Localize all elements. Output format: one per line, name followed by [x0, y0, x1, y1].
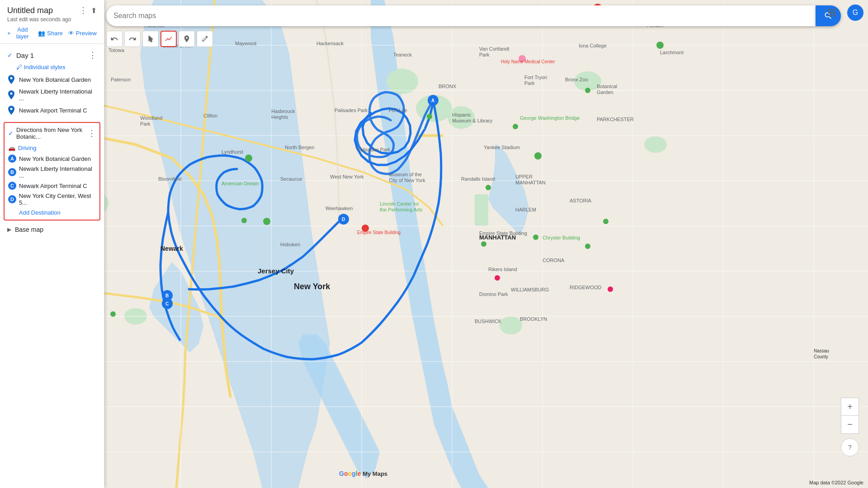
add-layer-button[interactable]: + Add layer — [7, 26, 33, 40]
svg-point-96 — [585, 244, 590, 249]
svg-point-101 — [495, 275, 500, 281]
svg-text:BUSHWICK: BUSHWICK — [475, 319, 502, 324]
svg-text:West New York: West New York — [330, 174, 364, 179]
dest-letter-a: A — [8, 155, 16, 163]
sidebar-header: Untitled map ⋮ ⬆ Last edit was seconds a… — [0, 0, 104, 44]
svg-text:Woodland: Woodland — [140, 115, 162, 121]
eye-icon: 👁 — [68, 30, 74, 37]
draw-button[interactable] — [160, 31, 177, 47]
dots-menu-icon[interactable]: ⋮ — [79, 5, 87, 15]
dest-item-b[interactable]: B Newark Liberty International ... — [8, 164, 96, 180]
apps-button[interactable] — [824, 5, 840, 21]
google-logo: Google My Maps — [339, 470, 387, 477]
dest-item-d[interactable]: D New York City Center, West 5... — [8, 191, 96, 207]
marker-button[interactable] — [179, 31, 195, 47]
styles-icon: 🖊 — [16, 64, 22, 70]
svg-text:Newark: Newark — [160, 245, 183, 252]
individual-styles[interactable]: 🖊 Individual styles — [0, 63, 104, 73]
car-icon: 🚗 — [8, 145, 15, 151]
svg-point-102 — [608, 286, 613, 292]
add-icon: + — [7, 30, 11, 37]
dest-item-c[interactable]: C Newark Airport Terminal C — [8, 180, 96, 191]
search-input[interactable] — [113, 12, 808, 20]
directions-title: Directions from New York Botanic... — [16, 127, 88, 140]
day-title: Day 1 — [16, 52, 34, 59]
cursor-icon — [146, 35, 155, 43]
svg-text:the Performing Arts: the Performing Arts — [380, 207, 423, 212]
svg-text:MANHATTAN: MANHATTAN — [515, 180, 546, 185]
svg-text:County: County — [814, 354, 828, 359]
add-destination-link[interactable]: Add Destination — [8, 207, 96, 216]
svg-text:ASTORIA: ASTORIA — [570, 198, 592, 203]
svg-point-114 — [10, 93, 13, 95]
svg-text:American Dream: American Dream — [222, 181, 259, 186]
day-header[interactable]: ✓ Day 1 ⋮ — [0, 47, 104, 63]
location-pin-icon-3 — [7, 106, 15, 114]
top-right-icons: G — [824, 5, 863, 21]
location-newark-terminal[interactable]: Newark Airport Terminal C — [0, 104, 104, 117]
help-button[interactable]: ? — [841, 438, 859, 456]
svg-text:Van Cortlandt: Van Cortlandt — [479, 46, 509, 52]
day-menu-icon[interactable]: ⋮ — [89, 50, 97, 60]
svg-text:HARLEM: HARLEM — [515, 207, 536, 212]
directions-header: ✓ Directions from New York Botanic... ⋮ — [8, 127, 96, 140]
svg-text:CORONA: CORONA — [542, 258, 565, 263]
map-title-row: Untitled map ⋮ ⬆ — [7, 5, 97, 15]
svg-text:Lyndhurst: Lyndhurst — [222, 149, 243, 155]
map-container[interactable]: Paramus Dumont Cresskill Yonkers Bronxvi… — [0, 0, 868, 488]
svg-text:Empire State Building: Empire State Building — [357, 230, 401, 235]
sidebar: Untitled map ⋮ ⬆ Last edit was seconds a… — [0, 0, 104, 488]
svg-text:North Bergen: North Bergen — [285, 145, 314, 150]
preview-button[interactable]: 👁 Preview — [68, 30, 97, 37]
share-icon[interactable]: ⬆ — [91, 6, 97, 15]
share-people-icon: 👥 — [38, 30, 45, 37]
svg-text:Nassau: Nassau — [814, 348, 829, 353]
day-checkbox[interactable]: ✓ — [7, 52, 13, 59]
directions-checkbox[interactable]: ✓ — [8, 130, 14, 137]
svg-text:Larchmont: Larchmont — [660, 50, 684, 55]
redo-icon — [128, 35, 137, 43]
svg-text:Rikers Island: Rikers Island — [488, 267, 517, 272]
svg-text:Hackensack: Hackensack — [316, 41, 344, 46]
driving-row[interactable]: 🚗 Driving — [8, 143, 96, 153]
ruler-icon — [201, 35, 209, 43]
svg-rect-4 — [475, 194, 488, 226]
redo-button[interactable] — [124, 31, 141, 47]
svg-text:Iona College: Iona College — [579, 43, 607, 48]
svg-text:UPPER: UPPER — [515, 174, 533, 179]
svg-text:C: C — [165, 301, 169, 306]
svg-text:Paterson: Paterson — [111, 77, 131, 82]
svg-text:Empire State Building: Empire State Building — [479, 230, 527, 236]
location-name: New York Botanical Garden — [19, 76, 91, 83]
base-map-section[interactable]: ▶ Base map — [0, 222, 104, 237]
location-ny-botanical[interactable]: New York Botanical Garden — [0, 73, 104, 86]
location-pin-icon — [7, 75, 15, 84]
svg-text:Botanical: Botanical — [597, 84, 617, 89]
share-button[interactable]: 👥 Share — [38, 30, 63, 37]
driving-label: Driving — [18, 145, 36, 151]
undo-icon — [110, 35, 118, 43]
dest-item-a[interactable]: A New York Botanical Garden — [8, 153, 96, 164]
svg-text:Yankee Stadium: Yankee Stadium — [484, 145, 520, 150]
select-button[interactable] — [142, 31, 159, 47]
avatar[interactable]: G — [847, 5, 863, 21]
svg-text:Lincoln Center for: Lincoln Center for — [380, 201, 419, 206]
svg-text:RIDGEWOOD: RIDGEWOOD — [570, 285, 601, 290]
svg-text:Bronx Zoo: Bronx Zoo — [565, 77, 588, 82]
svg-point-2 — [448, 106, 475, 129]
more-tools-button[interactable] — [197, 31, 213, 47]
zoom-out-button[interactable]: − — [841, 416, 859, 434]
directions-menu-icon[interactable]: ⋮ — [88, 128, 96, 138]
svg-text:City of New York: City of New York — [389, 178, 425, 183]
directions-title-row: ✓ Directions from New York Botanic... — [8, 127, 88, 140]
svg-text:BRONX: BRONX — [439, 84, 457, 89]
map-title: Untitled map — [7, 6, 53, 15]
undo-button[interactable] — [106, 31, 123, 47]
svg-text:WILLIAMSBURG: WILLIAMSBURG — [511, 287, 549, 292]
svg-point-89 — [427, 114, 432, 119]
svg-text:Hispanic: Hispanic — [452, 112, 472, 117]
dest-letter-c: C — [8, 182, 16, 190]
location-newark-intl[interactable]: Newark Liberty International ... — [0, 86, 104, 104]
zoom-controls: + − — [841, 398, 859, 434]
zoom-in-button[interactable]: + — [841, 398, 859, 416]
